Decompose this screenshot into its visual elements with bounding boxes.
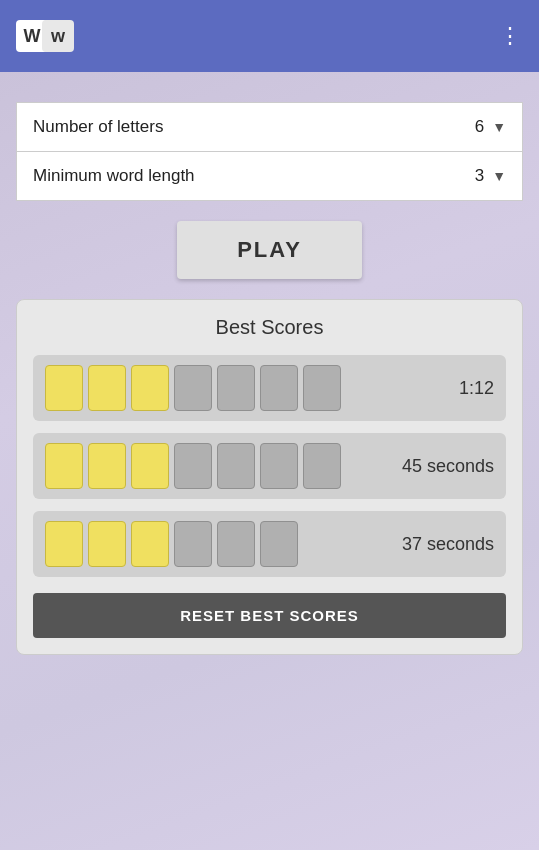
menu-icon[interactable]: ⋮: [499, 23, 523, 49]
min-word-length-dropdown[interactable]: Minimum word length 3 ▼: [16, 151, 523, 201]
tiles-row-1: [45, 365, 341, 411]
tile-gray: [303, 365, 341, 411]
tile-gray: [174, 443, 212, 489]
score-row-3: 37 seconds: [33, 511, 506, 577]
play-button-container: PLAY: [16, 221, 523, 279]
play-button[interactable]: PLAY: [177, 221, 362, 279]
number-of-letters-right: 6 ▼: [475, 117, 506, 137]
tile-gray: [174, 521, 212, 567]
app-logo: W w: [16, 20, 74, 52]
score-row-1: 1:12: [33, 355, 506, 421]
score-time-3: 37 seconds: [402, 534, 494, 555]
tiles-row-3: [45, 521, 298, 567]
tile-yellow: [45, 443, 83, 489]
best-scores-title: Best Scores: [33, 316, 506, 339]
tile-gray: [174, 365, 212, 411]
min-word-length-label: Minimum word length: [33, 166, 195, 186]
tile-gray: [217, 365, 255, 411]
min-word-length-right: 3 ▼: [475, 166, 506, 186]
chevron-down-icon: ▼: [492, 119, 506, 135]
number-of-letters-label: Number of letters: [33, 117, 163, 137]
number-of-letters-dropdown[interactable]: Number of letters 6 ▼: [16, 102, 523, 151]
tile-gray: [217, 443, 255, 489]
tiles-row-2: [45, 443, 341, 489]
app-header: W w ⋮: [0, 0, 539, 72]
score-row-2: 45 seconds: [33, 433, 506, 499]
score-time-1: 1:12: [459, 378, 494, 399]
score-time-2: 45 seconds: [402, 456, 494, 477]
logo-tile-w2: w: [42, 20, 74, 52]
tile-yellow: [88, 365, 126, 411]
best-scores-panel: Best Scores 1:12: [16, 299, 523, 655]
tile-yellow: [88, 443, 126, 489]
tile-gray: [260, 365, 298, 411]
tile-gray: [303, 443, 341, 489]
number-of-letters-value: 6: [475, 117, 484, 137]
main-content: Number of letters 6 ▼ Minimum word lengt…: [0, 72, 539, 671]
tile-gray: [260, 443, 298, 489]
tile-yellow: [131, 365, 169, 411]
chevron-down-icon-2: ▼: [492, 168, 506, 184]
tile-yellow: [131, 443, 169, 489]
tile-gray: [217, 521, 255, 567]
tile-yellow: [45, 365, 83, 411]
min-word-length-value: 3: [475, 166, 484, 186]
tile-yellow: [45, 521, 83, 567]
tile-gray: [260, 521, 298, 567]
tile-yellow: [131, 521, 169, 567]
reset-best-scores-button[interactable]: RESET BEST SCORES: [33, 593, 506, 638]
tile-yellow: [88, 521, 126, 567]
